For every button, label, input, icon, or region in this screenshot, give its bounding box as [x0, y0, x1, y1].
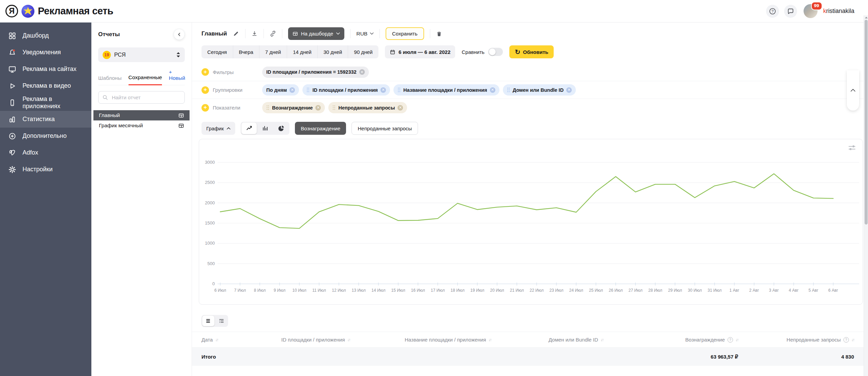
grouping-chip[interactable]: Название площадки / приложения ✕ — [393, 84, 499, 96]
sidebar-item-adfox[interactable]: Adfox — [0, 144, 91, 161]
grouping-chip-label: Домен или Bundle ID — [513, 87, 564, 93]
help-button[interactable]: ? — [766, 5, 779, 18]
preset-yesterday[interactable]: Вчера — [233, 45, 259, 58]
refresh-button[interactable]: ↻ Обновить — [509, 45, 554, 58]
preset-7-days[interactable]: 7 дней — [259, 45, 287, 58]
refresh-label: Обновить — [523, 49, 548, 55]
info-icon[interactable]: ? — [728, 337, 733, 343]
report-item-main[interactable]: Главный — [93, 110, 190, 120]
sidebar-item-more[interactable]: Дополнительно — [0, 128, 91, 144]
chart-view-dropdown[interactable]: График — [201, 122, 235, 135]
metric-toggle-reward[interactable]: Вознаграждение — [295, 122, 346, 135]
remove-chip-icon[interactable]: ✕ — [566, 87, 572, 93]
grouping-chip[interactable]: ID площадки / приложения ✕ — [302, 84, 390, 96]
sidebar-item-label: Дашборд — [23, 32, 49, 39]
pie-chart-type-button[interactable] — [273, 122, 289, 134]
scrollbar-thumb[interactable] — [865, 20, 868, 225]
sidebar-item-ads-on-sites[interactable]: Реклама на сайтах — [0, 61, 91, 77]
preset-today[interactable]: Сегодня — [201, 45, 233, 58]
svg-text:18 Июл: 18 Июл — [450, 288, 464, 293]
metrics-label: Показатели — [213, 105, 240, 111]
collapse-criteria-pill[interactable] — [847, 70, 859, 111]
vertical-scrollbar[interactable] — [864, 15, 868, 376]
collapse-panel-button[interactable] — [174, 29, 185, 40]
metric-chip[interactable]: Вознаграждение ✕ — [262, 102, 325, 113]
chart-settings-button[interactable] — [849, 145, 855, 150]
svg-text:14 Июл: 14 Июл — [371, 288, 385, 293]
flat-list-view-button[interactable] — [202, 316, 214, 326]
scrollbar-up-arrow[interactable] — [865, 17, 868, 18]
delete-report-button[interactable] — [436, 31, 442, 37]
grouping-chip[interactable]: Домен или Bundle ID ✕ — [503, 84, 576, 96]
chat-button[interactable] — [784, 5, 797, 18]
remove-chip-icon[interactable]: ✕ — [380, 87, 386, 93]
currency-select[interactable]: RUB — [356, 31, 374, 37]
new-report-link[interactable]: + Новый — [169, 69, 185, 85]
metric-toggle-unsold[interactable]: Непроданные запросы — [351, 122, 418, 135]
search-input[interactable] — [111, 94, 181, 101]
sidebar-item-settings[interactable]: Настройки — [0, 161, 91, 178]
column-header-platform-id[interactable]: ID площадки / приложения↓↑ — [281, 337, 405, 343]
column-header-reward[interactable]: Вознаграждение?↓↑ — [629, 337, 738, 343]
preset-30-days[interactable]: 30 дней — [318, 45, 348, 58]
line-chart-type-button[interactable] — [241, 122, 257, 134]
app-logo[interactable]: Я Рекламная сеть — [5, 5, 113, 18]
column-header-unsold-requests[interactable]: Непроданные запросы?↓↑ — [738, 337, 854, 343]
drag-handle-icon[interactable] — [332, 105, 335, 110]
grouping-chip[interactable]: По дням ✕ — [262, 84, 299, 96]
user-avatar[interactable]: 99 — [804, 4, 818, 18]
preset-14-days[interactable]: 14 дней — [287, 45, 318, 58]
remove-chip-icon[interactable]: ✕ — [289, 87, 295, 93]
drag-handle-icon[interactable] — [306, 87, 310, 92]
add-metric-button[interactable]: + — [201, 104, 209, 112]
sort-icon: ↓↑ — [215, 337, 218, 342]
tab-saved[interactable]: Сохраненные — [129, 74, 162, 85]
username[interactable]: kristianakila — [823, 8, 854, 15]
remove-chip-icon[interactable]: ✕ — [398, 105, 403, 111]
remove-chip-icon[interactable]: ✕ — [315, 105, 321, 111]
sidebar-item-statistics[interactable]: Статистика — [0, 111, 91, 128]
filter-chip[interactable]: ID площадки / приложения = 1592332 ✕ — [262, 67, 369, 78]
sidebar-item-dashboard[interactable]: Дашборд — [0, 27, 91, 44]
column-header-date[interactable]: Дата↓↑ — [201, 337, 281, 343]
edit-report-button[interactable] — [233, 30, 239, 37]
info-icon[interactable]: ? — [843, 337, 849, 343]
bar-chart-type-button[interactable] — [257, 122, 273, 134]
sidebar-item-notifications[interactable]: Уведомления — [0, 44, 91, 61]
drag-handle-icon[interactable] — [507, 87, 510, 92]
report-search[interactable] — [98, 91, 185, 104]
column-header-platform-name[interactable]: Название площадки / приложения↓↑ — [405, 337, 549, 343]
add-grouping-button[interactable]: + — [201, 86, 209, 94]
date-range-button[interactable]: 6 июля — 6 авг. 2022 — [385, 45, 455, 58]
tree-view-button[interactable] — [215, 316, 227, 326]
filters-row: + Фильтры ID площадки / приложения = 159… — [192, 63, 868, 81]
chart-panel: 0500100015002000250030006 Июл7 Июл8 Июл9… — [199, 139, 863, 305]
product-selector[interactable]: 19 РСЯ — [98, 47, 185, 62]
metric-chip[interactable]: Непроданные запросы ✕ — [328, 102, 407, 113]
report-item-monthly[interactable]: График месячный — [93, 120, 190, 131]
drag-handle-icon[interactable] — [398, 87, 401, 92]
preset-90-days[interactable]: 90 дней — [348, 45, 378, 58]
sidebar-item-app-ads[interactable]: Реклама в приложениях — [0, 94, 91, 111]
svg-text:19 Июл: 19 Июл — [470, 288, 484, 293]
drag-handle-icon[interactable] — [266, 105, 269, 110]
add-filter-button[interactable]: + — [201, 68, 209, 76]
grid-icon — [8, 32, 16, 40]
sidebar-item-video-ads[interactable]: Реклама в видео — [0, 77, 91, 94]
remove-chip-icon[interactable]: ✕ — [490, 87, 495, 93]
sort-icon: ↓↑ — [489, 337, 491, 342]
download-report-button[interactable] — [251, 30, 258, 37]
compare-label: Сравнить — [462, 49, 484, 55]
compare-toggle[interactable] — [488, 48, 503, 56]
tab-templates[interactable]: Шаблоны — [98, 75, 122, 85]
on-dashboard-button[interactable]: На дашборде — [288, 27, 345, 40]
remove-chip-icon[interactable]: ✕ — [359, 69, 365, 75]
main-content: Главный — [192, 23, 868, 376]
metric-chip-label: Вознаграждение — [272, 105, 313, 111]
chevron-up-icon — [227, 127, 230, 130]
copy-link-button[interactable] — [270, 30, 276, 37]
bell-icon — [8, 48, 16, 57]
save-button[interactable]: Сохранить — [386, 27, 424, 40]
chat-bubble-icon — [787, 8, 794, 15]
column-header-domain[interactable]: Домен или Bundle ID↓↑ — [549, 337, 629, 343]
